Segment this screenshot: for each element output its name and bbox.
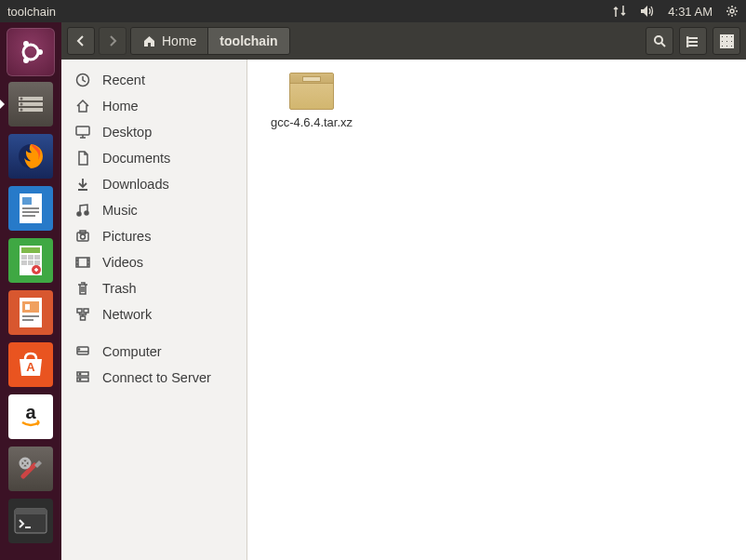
svg-point-8: [20, 98, 23, 100]
pictures-icon: [74, 228, 91, 245]
sound-icon[interactable]: [640, 5, 655, 18]
sidebar-item-downloads[interactable]: Downloads: [61, 171, 246, 197]
file-view[interactable]: gcc-4.6.4.tar.xz: [247, 60, 746, 560]
back-button[interactable]: [67, 27, 95, 55]
archive-icon: [289, 73, 334, 110]
svg-rect-35: [15, 509, 47, 514]
sidebar-item-pictures[interactable]: Pictures: [61, 223, 246, 249]
svg-rect-44: [726, 40, 728, 43]
launcher-dash[interactable]: [7, 28, 55, 76]
svg-rect-27: [22, 301, 39, 313]
gear-icon[interactable]: [726, 5, 739, 18]
svg-rect-42: [730, 35, 733, 38]
nautilus-toolbar: Home toolchain: [61, 22, 746, 60]
window-title: toolchain: [7, 5, 56, 19]
sidebar-item-computer[interactable]: Computer: [61, 339, 246, 365]
download-icon: [74, 176, 91, 193]
svg-rect-59: [81, 316, 86, 320]
svg-rect-43: [721, 40, 724, 43]
file-item[interactable]: gcc-4.6.4.tar.xz: [260, 73, 363, 129]
music-icon: [74, 202, 91, 219]
svg-rect-18: [21, 247, 40, 253]
breadcrumb-home[interactable]: Home: [131, 28, 208, 54]
sidebar-item-network[interactable]: Network: [61, 301, 246, 327]
launcher-firefox[interactable]: [7, 132, 55, 180]
clock[interactable]: 4:31 AM: [668, 5, 713, 19]
home-icon: [74, 98, 91, 114]
sidebar-item-documents[interactable]: Documents: [61, 145, 246, 171]
svg-point-61: [78, 349, 79, 350]
svg-rect-16: [22, 215, 35, 217]
svg-rect-22: [21, 260, 27, 265]
server-icon: [74, 369, 91, 386]
svg-point-4: [23, 58, 29, 63]
label: Recent: [102, 73, 145, 87]
network-icon[interactable]: [612, 5, 627, 18]
svg-point-65: [79, 379, 80, 380]
sidebar-item-trash[interactable]: Trash: [61, 275, 246, 301]
file-name: gcc-4.6.4.tar.xz: [271, 115, 353, 129]
svg-rect-24: [34, 260, 40, 265]
svg-rect-21: [34, 255, 40, 260]
launcher-impress[interactable]: [7, 288, 55, 337]
top-menubar: toolchain 4:31 AM: [0, 0, 746, 22]
search-button[interactable]: [646, 27, 673, 55]
label: Network: [102, 307, 152, 322]
launcher-calc[interactable]: [7, 236, 55, 285]
svg-point-2: [37, 49, 43, 55]
svg-rect-20: [28, 255, 33, 260]
launcher-amazon[interactable]: a: [7, 393, 55, 441]
label: Trash: [102, 281, 137, 296]
svg-point-39: [686, 45, 688, 47]
grid-view-button[interactable]: [713, 27, 740, 55]
svg-rect-47: [726, 45, 728, 47]
breadcrumb-current-label: toolchain: [220, 33, 277, 48]
documents-icon: [74, 150, 91, 167]
sidebar-item-desktop[interactable]: Desktop: [61, 119, 246, 145]
svg-rect-28: [25, 304, 30, 310]
svg-rect-14: [22, 207, 39, 209]
indicator-area: 4:31 AM: [612, 5, 739, 19]
svg-point-0: [730, 9, 734, 13]
svg-rect-46: [721, 45, 724, 47]
svg-rect-40: [721, 35, 724, 38]
svg-text:a: a: [25, 402, 36, 422]
launcher-files[interactable]: [7, 80, 55, 128]
svg-rect-41: [726, 35, 728, 38]
sidebar-item-recent[interactable]: Recent: [61, 67, 246, 93]
launcher-software[interactable]: A: [7, 340, 55, 389]
svg-point-52: [85, 211, 88, 215]
label: Home: [102, 99, 139, 113]
sidebar-item-connect-server[interactable]: Connect to Server: [61, 365, 246, 391]
desktop-icon: [74, 124, 91, 140]
sidebar-item-videos[interactable]: Videos: [61, 249, 246, 275]
sidebar-item-home[interactable]: Home: [61, 93, 246, 119]
label: Videos: [102, 255, 143, 270]
list-view-button[interactable]: [679, 27, 707, 55]
launcher-writer[interactable]: [7, 184, 55, 233]
svg-point-10: [20, 109, 23, 112]
launcher-settings[interactable]: [7, 445, 55, 493]
launcher: A a: [0, 22, 61, 560]
breadcrumb-current[interactable]: toolchain: [208, 28, 288, 54]
svg-point-54: [81, 234, 86, 239]
places-sidebar: Recent Home Desktop Documents Downloads …: [61, 60, 247, 560]
svg-rect-45: [730, 40, 733, 43]
svg-rect-29: [22, 315, 39, 317]
svg-point-1: [23, 45, 38, 60]
svg-text:A: A: [26, 360, 35, 374]
launcher-terminal[interactable]: [7, 497, 55, 545]
forward-button[interactable]: [99, 27, 127, 55]
svg-point-9: [20, 103, 23, 106]
videos-icon: [74, 254, 91, 271]
svg-point-51: [77, 212, 81, 216]
svg-point-36: [655, 36, 662, 44]
label: Pictures: [102, 229, 151, 244]
svg-rect-15: [22, 211, 39, 213]
svg-point-38: [686, 41, 688, 43]
svg-rect-57: [77, 309, 82, 313]
breadcrumb: Home toolchain: [130, 27, 290, 55]
clock-icon: [74, 72, 91, 88]
svg-rect-19: [21, 255, 27, 260]
sidebar-item-music[interactable]: Music: [61, 197, 246, 223]
